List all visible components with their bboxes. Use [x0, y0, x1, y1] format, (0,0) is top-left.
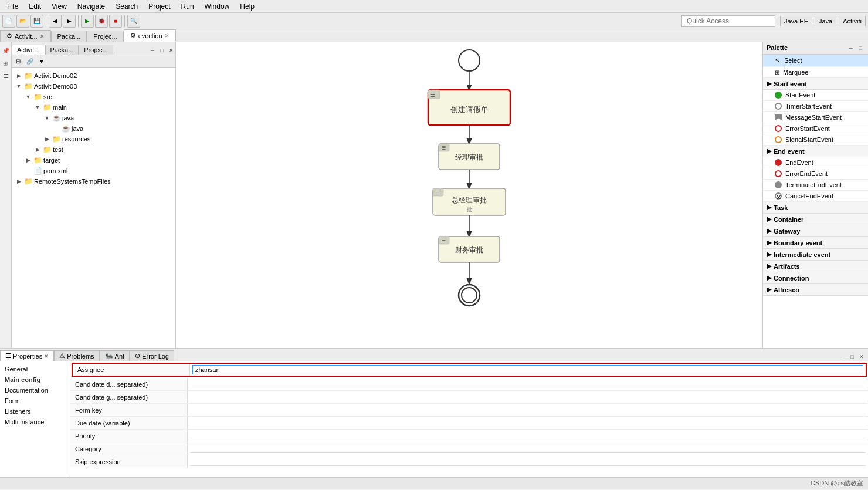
quick-access-input[interactable]	[681, 15, 775, 27]
side-icon-2[interactable]: ⊞	[1, 59, 10, 68]
bottom-tab-errorlog[interactable]: ⊘ Error Log	[130, 350, 174, 361]
menu-run[interactable]: Run	[177, 1, 199, 12]
palette-message-start[interactable]: MessageStartEvent	[763, 112, 868, 123]
palette-section-task[interactable]: ▶ Task	[763, 202, 868, 214]
nav-multi-instance[interactable]: Multi instance	[0, 417, 70, 427]
skip-input[interactable]	[190, 457, 866, 466]
candidate-d-input[interactable]	[190, 380, 866, 388]
tree-item-pom[interactable]: 📄 pom.xml	[12, 165, 175, 176]
bottom-tab-ant[interactable]: 🐜 Ant	[100, 350, 130, 361]
palette-timer-start[interactable]: TimerStartEvent	[763, 101, 868, 112]
menu-edit[interactable]: Edit	[24, 1, 46, 12]
tree-item-activitidemo03[interactable]: ▼ 📁 ActivitiDemo03	[12, 81, 175, 92]
palette-maximize[interactable]: □	[856, 44, 864, 52]
palette-section-alfresco[interactable]: ▶ Alfresco	[763, 284, 868, 296]
tree-item-target[interactable]: ▶ 📁 target	[12, 155, 175, 165]
view-menu-btn[interactable]: ▼	[36, 56, 47, 67]
tab-evection[interactable]: ⚙ evection ✕	[124, 29, 176, 42]
assignee-input[interactable]	[192, 365, 863, 374]
collapse-all-btn[interactable]: ⊟	[13, 56, 23, 67]
start-event[interactable]	[459, 50, 480, 71]
tree-item-remote[interactable]: ▶ 📁 RemoteSystemsTempFiles	[12, 176, 175, 187]
property-value-form-key[interactable]	[188, 404, 868, 416]
tab-activiti-close[interactable]: ✕	[40, 33, 45, 39]
bottom-panel-maximize[interactable]: □	[848, 353, 856, 361]
palette-section-artifacts[interactable]: ▶ Artifacts	[763, 261, 868, 272]
left-tab-package[interactable]: Packa...	[45, 45, 79, 55]
toolbar-debug[interactable]: 🐞	[95, 15, 108, 28]
property-value-priority[interactable]	[188, 430, 868, 442]
bottom-panel-close[interactable]: ✕	[857, 353, 866, 361]
left-panel-maximize[interactable]: □	[158, 46, 166, 55]
property-value-due-date[interactable]	[188, 417, 868, 429]
palette-section-end-event[interactable]: ▶ End event	[763, 146, 868, 157]
property-value-skip[interactable]	[188, 455, 868, 468]
palette-section-connection[interactable]: ▶ Connection	[763, 272, 868, 284]
toolbar-search[interactable]: 🔍	[127, 15, 140, 28]
perspective-javaee[interactable]: Java EE	[780, 16, 812, 26]
bottom-tab-properties[interactable]: ☰ Properties ✕	[0, 350, 54, 361]
nav-form[interactable]: Form	[0, 396, 70, 406]
menu-view[interactable]: View	[47, 1, 72, 12]
palette-terminate-end[interactable]: TerminateEndEvent	[763, 180, 868, 191]
tab-project[interactable]: Projec...	[87, 31, 123, 42]
tree-item-test[interactable]: ▶ 📁 test	[12, 144, 175, 155]
palette-section-start-event[interactable]: ▶ Start event	[763, 78, 868, 90]
palette-error-start[interactable]: ErrorStartEvent	[763, 123, 868, 134]
tree-item-java[interactable]: ▼ ☕ java	[12, 113, 175, 123]
palette-section-intermediate[interactable]: ▶ Intermediate event	[763, 249, 868, 261]
priority-input[interactable]	[190, 431, 866, 440]
left-tab-project[interactable]: Projec...	[79, 45, 113, 55]
perspective-java[interactable]: Java	[815, 16, 836, 26]
menu-project[interactable]: Project	[144, 1, 175, 12]
palette-select[interactable]: ↖ Select	[763, 55, 868, 67]
menu-search[interactable]: Search	[111, 1, 143, 12]
toolbar-new[interactable]: 📄	[2, 15, 15, 28]
palette-section-gateway[interactable]: ▶ Gateway	[763, 225, 868, 237]
category-input[interactable]	[190, 444, 866, 453]
tree-item-activitidemo02[interactable]: ▶ 📁 ActivitiDemo02	[12, 70, 175, 81]
tab-package[interactable]: Packa...	[51, 31, 87, 42]
bottom-panel-minimize[interactable]: ─	[839, 353, 847, 361]
tree-item-main[interactable]: ▼ 📁 main	[12, 102, 175, 113]
link-with-editor-btn[interactable]: 🔗	[25, 56, 35, 67]
toolbar-open[interactable]: 📂	[16, 15, 29, 28]
toolbar-save[interactable]: 💾	[30, 15, 43, 28]
nav-listeners[interactable]: Listeners	[0, 406, 70, 417]
property-value-category[interactable]	[188, 442, 868, 455]
diagram-area[interactable]: 创建请假单 ☰ 经理审批 ☰ 总经理审批 ☰ 批	[176, 42, 762, 348]
menu-file[interactable]: File	[2, 1, 23, 12]
property-value-assignee[interactable]	[190, 364, 866, 376]
side-icon-1[interactable]: 📌	[1, 45, 10, 56]
tree-item-java-sub[interactable]: ☕ java	[12, 123, 175, 134]
palette-section-container[interactable]: ▶ Container	[763, 214, 868, 225]
toolbar-stop[interactable]: ■	[109, 15, 122, 28]
menu-window[interactable]: Window	[200, 1, 235, 12]
palette-error-end[interactable]: ErrorEndEvent	[763, 168, 868, 180]
palette-section-boundary[interactable]: ▶ Boundary event	[763, 237, 868, 249]
perspective-activiti[interactable]: Activiti	[839, 16, 866, 26]
toolbar-back[interactable]: ◀	[49, 15, 62, 28]
candidate-g-input[interactable]	[190, 393, 866, 401]
tree-item-resources[interactable]: ▶ 📁 resources	[12, 134, 175, 144]
properties-tab-close[interactable]: ✕	[44, 353, 49, 359]
menu-help[interactable]: Help	[235, 1, 259, 12]
tab-activiti[interactable]: ⚙ Activit... ✕	[0, 30, 51, 42]
palette-signal-start[interactable]: SignalStartEvent	[763, 134, 868, 146]
palette-marquee[interactable]: ⊞ Marquee	[763, 67, 868, 78]
tree-item-src[interactable]: ▼ 📁 src	[12, 92, 175, 102]
toolbar-fwd[interactable]: ▶	[63, 15, 76, 28]
nav-documentation[interactable]: Documentation	[0, 385, 70, 396]
left-panel-close[interactable]: ✕	[167, 46, 175, 55]
palette-cancel-end[interactable]: ✕ CancelEndEvent	[763, 191, 868, 202]
menu-navigate[interactable]: Navigate	[73, 1, 110, 12]
tab-evection-close[interactable]: ✕	[165, 33, 169, 39]
bottom-tab-problems[interactable]: ⚠ Problems	[54, 350, 99, 361]
nav-general[interactable]: General	[0, 364, 70, 374]
left-tab-activiti[interactable]: Activit...	[12, 45, 45, 55]
property-value-candidate-g[interactable]	[188, 391, 868, 403]
palette-end-event[interactable]: EndEvent	[763, 157, 868, 168]
form-key-input[interactable]	[190, 405, 866, 414]
property-value-candidate-d[interactable]	[188, 378, 868, 390]
due-date-input[interactable]	[190, 418, 866, 427]
